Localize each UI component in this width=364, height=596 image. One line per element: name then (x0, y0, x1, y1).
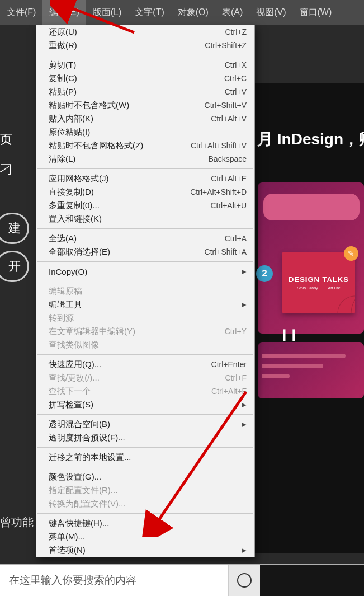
menu-file[interactable]: 文件(F) (0, 0, 42, 25)
menu-table[interactable]: 表(A) (215, 0, 249, 25)
menu-object[interactable]: 对象(O) (171, 0, 215, 25)
menu-item[interactable]: 粘贴时不包含网格格式(Z)Ctrl+Alt+Shift+V (36, 139, 254, 152)
create-button[interactable]: 建 (0, 213, 29, 244)
menu-item[interactable]: 首选项(N)▸ (36, 543, 254, 557)
pause-icon[interactable]: ❙❙ (280, 327, 299, 341)
menu-item[interactable]: 原位粘贴(I) (36, 125, 254, 139)
menu-item-shortcut: Backspace (209, 154, 247, 163)
menu-item-shortcut: Ctrl+Alt+U (210, 201, 247, 210)
menu-item: 转到源 (36, 311, 254, 325)
menu-item[interactable]: 粘贴(P)Ctrl+V (36, 85, 254, 98)
menu-item-label: 指定配置文件(R)... (49, 485, 247, 496)
menu-item[interactable]: 全选(A)Ctrl+A (36, 232, 254, 245)
menu-item-shortcut: Ctrl+V (225, 87, 247, 96)
progress-bars (262, 354, 357, 378)
menu-item-shortcut: Ctrl+Alt+F (211, 387, 247, 396)
menu-item-label: 应用网格格式(J) (49, 173, 211, 184)
menu-item-label: 首选项(N) (49, 545, 242, 556)
left-bracket-label: 刁 (0, 161, 12, 178)
menu-item-label: 原位粘贴(I) (49, 127, 247, 138)
submenu-arrow-icon: ▸ (242, 400, 247, 410)
menu-item-shortcut: Ctrl+Shift+V (205, 101, 247, 110)
menu-separator (37, 447, 253, 448)
menu-item-label: 粘贴时不包含格式(W) (49, 100, 205, 111)
menu-item-shortcut: Ctrl+Alt+Shift+D (190, 187, 247, 196)
menu-item-label: 查找类似图像 (49, 340, 247, 350)
menu-item[interactable]: 复制(C)Ctrl+C (36, 72, 254, 85)
menu-item[interactable]: 编辑工具▸ (36, 298, 254, 311)
menu-item[interactable]: 重做(R)Ctrl+Shift+Z (36, 39, 254, 52)
menu-item[interactable]: 置入和链接(K) (36, 212, 254, 226)
menu-item[interactable]: 拼写检查(S)▸ (36, 398, 254, 411)
submenu-arrow-icon: ▸ (242, 419, 247, 429)
menu-item-label: 置入和链接(K) (49, 214, 247, 224)
taskbar-rest (260, 565, 364, 596)
menu-item[interactable]: 清除(L)Backspace (36, 152, 254, 166)
edit-menu-dropdown: 还原(U)Ctrl+Z重做(R)Ctrl+Shift+Z剪切(T)Ctrl+X复… (36, 25, 255, 557)
menu-separator (37, 261, 253, 262)
taskbar-search-input[interactable]: 在这里输入你要搜索的内容 (0, 565, 228, 596)
menu-item-label: 菜单(M)... (49, 532, 247, 542)
cortana-button[interactable] (228, 565, 260, 596)
menu-separator (37, 168, 253, 169)
menu-item: 编辑原稿 (36, 284, 254, 298)
menu-item-label: 透明度拼合预设(F)... (49, 433, 247, 443)
left-bottom-label: 曾功能 (0, 515, 34, 530)
bridge-illustration (282, 291, 355, 313)
menu-separator (37, 513, 253, 514)
menu-item[interactable]: 还原(U)Ctrl+Z (36, 25, 254, 39)
submenu-arrow-icon: ▸ (242, 545, 247, 555)
menu-item: 在文章编辑器中编辑(Y)Ctrl+Y (36, 325, 254, 338)
menu-item-shortcut: Ctrl+Alt+V (211, 114, 247, 123)
card-sub-1: Story Grady (297, 286, 318, 290)
menu-item[interactable]: 透明度拼合预设(F)... (36, 431, 254, 444)
menu-item-shortcut: Ctrl+F (225, 373, 247, 382)
menu-type[interactable]: 文字(T) (128, 0, 171, 25)
menu-item[interactable]: 颜色设置(G)... (36, 470, 254, 484)
menu-item[interactable]: 剪切(T)Ctrl+X (36, 58, 254, 72)
menu-separator (37, 228, 253, 229)
menu-item[interactable]: 多重复制(0)...Ctrl+Alt+U (36, 199, 254, 212)
menu-item[interactable]: InCopy(O)▸ (36, 265, 254, 278)
cortana-icon (237, 573, 252, 588)
menu-item-shortcut: Ctrl+Shift+Z (205, 41, 247, 50)
menu-item-label: 编辑原稿 (49, 286, 247, 297)
left-page-label: 页 (0, 131, 12, 148)
menu-item-label: 全选(A) (49, 233, 225, 244)
menu-item-label: 透明混合空间(B) (49, 419, 242, 430)
menu-layout[interactable]: 版面(L) (86, 0, 129, 25)
menu-item-label: 转到源 (49, 313, 247, 323)
menu-item-shortcut: Ctrl+Alt+Shift+V (191, 141, 247, 150)
menu-separator (37, 354, 253, 355)
menu-view[interactable]: 视图(V) (249, 0, 292, 25)
menu-item: 转换为配置文件(V)... (36, 497, 254, 510)
menu-item-label: 编辑工具 (49, 299, 242, 310)
menu-item-label: 在文章编辑器中编辑(Y) (49, 326, 225, 337)
card-sub-2: Art Life (328, 286, 341, 290)
menu-item[interactable]: 快速应用(Q)...Ctrl+Enter (36, 358, 254, 371)
menu-edit[interactable]: 编辑(E) (42, 0, 86, 25)
menu-item[interactable]: 全部取消选择(E)Ctrl+Shift+A (36, 245, 254, 259)
menu-item-label: 直接复制(D) (49, 187, 190, 198)
welcome-title-fragment: 月 InDesign，卿 (257, 129, 364, 150)
menu-item[interactable]: 粘贴时不包含格式(W)Ctrl+Shift+V (36, 98, 254, 112)
menu-item-label: 粘贴时不包含网格格式(Z) (49, 140, 191, 151)
menu-item[interactable]: 直接复制(D)Ctrl+Alt+Shift+D (36, 185, 254, 199)
menu-item[interactable]: 透明混合空间(B)▸ (36, 417, 254, 431)
menu-item-label: 还原(U) (49, 27, 225, 37)
menu-item-label: 转换为配置文件(V)... (49, 499, 247, 509)
menu-item-label: 贴入内部(K) (49, 114, 211, 124)
menu-item[interactable]: 贴入内部(K)Ctrl+Alt+V (36, 112, 254, 125)
menu-window[interactable]: 窗口(W) (293, 0, 339, 25)
open-button[interactable]: 开 (0, 251, 29, 282)
menu-item-shortcut: Ctrl+Shift+A (205, 247, 247, 256)
menu-item[interactable]: 键盘快捷键(H)... (36, 517, 254, 530)
card-title: DESIGN TALKS (289, 275, 349, 284)
menu-separator (37, 281, 253, 281)
menu-separator (37, 467, 253, 467)
menu-item[interactable]: 菜单(M)... (36, 530, 254, 543)
menu-item-label: 查找下一个 (49, 386, 211, 397)
menu-item[interactable]: 应用网格格式(J)Ctrl+Alt+E (36, 172, 254, 185)
taskbar: 在这里输入你要搜索的内容 (0, 564, 364, 596)
menu-item[interactable]: 迁移之前的本地设置... (36, 450, 254, 464)
